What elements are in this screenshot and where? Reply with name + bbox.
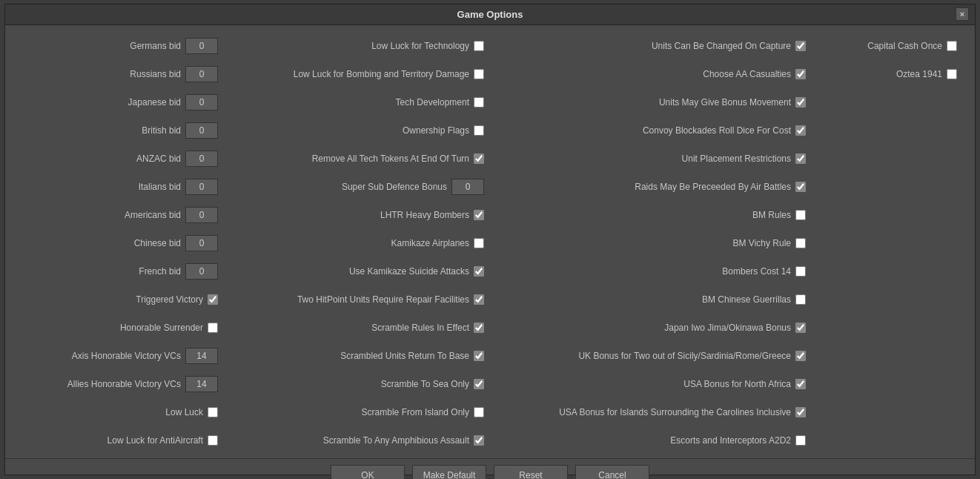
list-item: Kamikaze Airplanes (224, 230, 487, 257)
col1-input-4[interactable] (185, 151, 218, 167)
col1-input-0[interactable] (185, 38, 218, 54)
column-4: Capital Cash OnceOztea 1941 (812, 33, 960, 454)
col2-checkbox-11[interactable] (474, 351, 484, 361)
list-item: Convoy Blockades Roll Dice For Cost (490, 117, 809, 144)
column-3: Units Can Be Changed On CaptureChoose AA… (490, 33, 809, 454)
col2-checkbox-1[interactable] (474, 69, 484, 79)
col3-label-7: BM Vichy Rule (493, 238, 795, 248)
col3-checkbox-6[interactable] (795, 210, 806, 220)
list-item: Low Luck for Bombing and Territory Damag… (224, 61, 487, 87)
col4-label-1: Oztea 1941 (815, 69, 947, 79)
list-item: Scrambled Units Return To Base (224, 343, 487, 369)
col1-checkbox-14[interactable] (208, 435, 218, 446)
col2-label-4: Remove All Tech Tokens At End Of Turn (227, 153, 474, 164)
list-item: Americans bid (10, 202, 221, 228)
list-item: Tech Development (224, 89, 487, 116)
col2-checkbox-3[interactable] (474, 125, 484, 136)
col3-checkbox-2[interactable] (795, 97, 806, 108)
col2-checkbox-12[interactable] (474, 379, 484, 389)
col3-label-4: Unit Placement Restrictions (493, 153, 795, 164)
list-item: Raids May Be Preceeded By Air Battles (490, 174, 809, 200)
col3-checkbox-10[interactable] (795, 323, 806, 333)
col3-label-11: UK Bonus for Two out of Sicily/Sardinia/… (493, 351, 795, 361)
col3-label-8: Bombers Cost 14 (493, 266, 795, 277)
col1-input-1[interactable] (185, 66, 218, 82)
col1-label-1: Russians bid (13, 69, 185, 79)
col3-label-1: Choose AA Casualties (493, 69, 795, 79)
col2-checkbox-14[interactable] (474, 435, 484, 446)
col1-checkbox-10[interactable] (208, 323, 218, 333)
list-item: French bid (10, 258, 221, 285)
cancel-button[interactable]: Cancel (575, 465, 649, 479)
col3-checkbox-1[interactable] (795, 69, 806, 79)
list-item: Low Luck (10, 399, 221, 426)
list-item: Scramble Rules In Effect (224, 314, 487, 341)
make-default-button[interactable]: Make Default (412, 465, 486, 479)
col2-checkbox-6[interactable] (474, 210, 484, 220)
close-button[interactable]: × (956, 7, 969, 21)
col3-checkbox-14[interactable] (795, 435, 806, 446)
list-item: Use Kamikaze Suicide Attacks (224, 258, 487, 285)
col3-checkbox-12[interactable] (795, 379, 806, 389)
col2-checkbox-13[interactable] (474, 407, 484, 417)
col3-checkbox-13[interactable] (795, 407, 806, 417)
dialog-title: Game Options (457, 9, 523, 20)
col2-checkbox-7[interactable] (474, 238, 484, 248)
col1-input-8[interactable] (185, 263, 218, 280)
col1-input-3[interactable] (185, 122, 218, 139)
col3-label-10: Japan Iwo Jima/Okinawa Bonus (493, 323, 795, 333)
title-bar: Game Options × (5, 4, 975, 25)
col1-input-5[interactable] (185, 179, 218, 195)
col1-input-12[interactable] (185, 376, 218, 392)
col2-label-8: Use Kamikaze Suicide Attacks (227, 266, 474, 277)
col3-checkbox-8[interactable] (795, 266, 806, 277)
col3-checkbox-9[interactable] (795, 294, 806, 305)
col1-checkbox-13[interactable] (208, 407, 218, 417)
col1-label-12: Allies Honorable Victory VCs (13, 379, 185, 389)
col2-checkbox-2[interactable] (474, 97, 484, 108)
list-item: Germans bid (10, 33, 221, 59)
col2-checkbox-4[interactable] (474, 153, 484, 164)
col3-checkbox-5[interactable] (795, 182, 806, 192)
col3-checkbox-3[interactable] (795, 125, 806, 136)
col3-label-14: Escorts and Interceptors A2D2 (493, 435, 795, 446)
col3-checkbox-11[interactable] (795, 351, 806, 361)
col2-label-14: Scramble To Any Amphibious Assault (227, 435, 474, 446)
col2-label-9: Two HitPoint Units Require Repair Facili… (227, 294, 474, 305)
col2-checkbox-0[interactable] (474, 41, 484, 51)
col2-checkbox-10[interactable] (474, 323, 484, 333)
list-item: Japanese bid (10, 89, 221, 116)
col1-label-6: Americans bid (13, 210, 185, 220)
col1-input-7[interactable] (185, 235, 218, 251)
col2-checkbox-9[interactable] (474, 294, 484, 305)
col2-checkbox-8[interactable] (474, 266, 484, 277)
ok-button[interactable]: OK (331, 465, 405, 479)
col2-label-11: Scrambled Units Return To Base (227, 351, 474, 361)
col1-label-11: Axis Honorable Victory VCs (13, 351, 185, 361)
list-item: Ownership Flags (224, 117, 487, 144)
col1-input-2[interactable] (185, 94, 218, 110)
col3-checkbox-7[interactable] (795, 238, 806, 248)
list-item: BM Rules (490, 202, 809, 228)
col4-checkbox-1[interactable] (947, 69, 957, 79)
col3-checkbox-0[interactable] (795, 41, 806, 51)
col1-input-6[interactable] (185, 207, 218, 223)
game-options-dialog: Game Options × Germans bidRussians bidJa… (4, 4, 976, 475)
col3-checkbox-4[interactable] (795, 153, 806, 164)
list-item: Units Can Be Changed On Capture (490, 33, 809, 59)
list-item: Low Luck for AntiAircraft (10, 427, 221, 454)
col1-checkbox-9[interactable] (208, 294, 218, 305)
col2-input-5[interactable] (451, 179, 484, 195)
col2-label-6: LHTR Heavy Bombers (227, 210, 474, 220)
col4-checkbox-0[interactable] (947, 41, 957, 51)
col2-label-2: Tech Development (227, 97, 474, 108)
reset-button[interactable]: Reset (494, 465, 568, 479)
col3-label-6: BM Rules (493, 210, 795, 220)
col2-label-0: Low Luck for Technology (227, 41, 474, 51)
col1-label-9: Triggered Victory (13, 294, 208, 305)
list-item: USA Bonus for Islands Surrounding the Ca… (490, 399, 809, 426)
list-item: Italians bid (10, 174, 221, 200)
col1-input-11[interactable] (185, 348, 218, 364)
list-item: ANZAC bid (10, 145, 221, 172)
col1-label-14: Low Luck for AntiAircraft (13, 435, 208, 446)
